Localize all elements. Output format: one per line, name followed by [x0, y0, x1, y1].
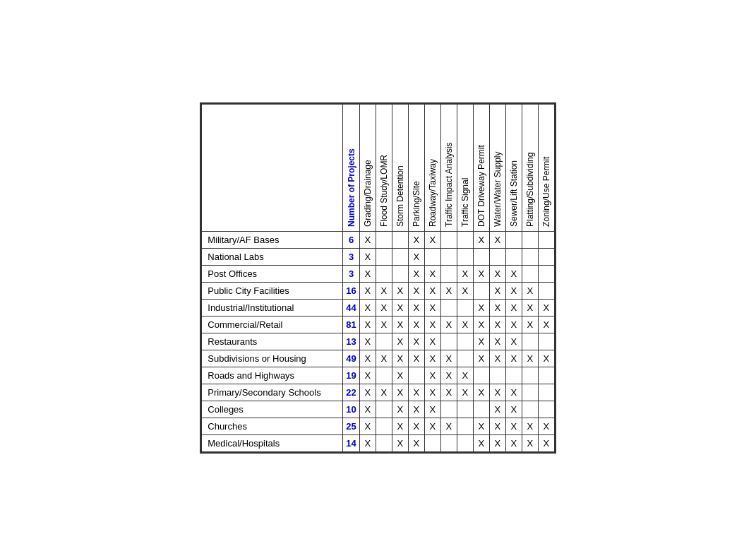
cell-2-9: X — [505, 266, 522, 283]
cell-0-6 — [457, 232, 473, 249]
cell-7-1: X — [376, 350, 392, 367]
cell-7-7: X — [473, 350, 489, 367]
cell-7-10: X — [522, 350, 538, 367]
row-num-8: 19 — [343, 367, 359, 384]
cell-2-10 — [522, 266, 538, 283]
cell-2-1 — [376, 266, 392, 283]
table-row: Post Offices3XXXXXXX — [202, 266, 554, 283]
cell-10-4: X — [424, 401, 440, 418]
row-label-6: Restaurants — [202, 333, 343, 350]
cell-8-10 — [522, 367, 538, 384]
cell-12-10: X — [522, 435, 538, 452]
cell-11-10: X — [522, 418, 538, 435]
cell-1-7 — [473, 249, 489, 266]
cell-11-1 — [376, 418, 392, 435]
cell-10-11 — [538, 401, 554, 418]
table-row: Military/AF Bases6XXXXX — [202, 232, 554, 249]
cell-6-5 — [440, 333, 457, 350]
cell-10-6 — [457, 401, 473, 418]
cell-5-10: X — [522, 317, 538, 333]
table-body: Military/AF Bases6XXXXXNational Labs3XXP… — [202, 232, 554, 452]
cell-3-6: X — [457, 283, 473, 300]
cell-9-8: X — [489, 384, 505, 401]
cell-4-3: X — [408, 300, 424, 317]
cell-11-7: X — [473, 418, 489, 435]
cell-10-7 — [473, 401, 489, 418]
cell-9-10 — [522, 384, 538, 401]
table-row: Medical/Hospitals14XXXXXXXX — [202, 435, 554, 452]
cell-1-5 — [440, 249, 457, 266]
row-num-1: 3 — [343, 249, 359, 266]
table-row: Commercial/Retail81XXXXXXXXXXXX — [202, 317, 554, 333]
col-header-12: Zoning/Use Permit — [538, 105, 554, 232]
col-header-5: Roadway/Taxiway — [424, 105, 440, 232]
cell-4-9: X — [505, 300, 522, 317]
cell-2-0: X — [359, 266, 376, 283]
cell-4-7: X — [473, 300, 489, 317]
projects-table: Number of ProjectsGrading/DrainageFlood … — [201, 104, 554, 452]
row-num-10: 10 — [343, 401, 359, 418]
cell-4-0: X — [359, 300, 376, 317]
cell-3-10: X — [522, 283, 538, 300]
cell-0-2 — [392, 232, 408, 249]
cell-7-4: X — [424, 350, 440, 367]
row-num-12: 14 — [343, 435, 359, 452]
cell-4-10: X — [522, 300, 538, 317]
cell-4-2: X — [392, 300, 408, 317]
cell-9-0: X — [359, 384, 376, 401]
cell-4-11: X — [538, 300, 554, 317]
cell-2-3: X — [408, 266, 424, 283]
cell-11-3: X — [408, 418, 424, 435]
cell-1-3: X — [408, 249, 424, 266]
cell-8-2: X — [392, 367, 408, 384]
cell-1-0: X — [359, 249, 376, 266]
cell-3-2: X — [392, 283, 408, 300]
cell-1-1 — [376, 249, 392, 266]
cell-1-4 — [424, 249, 440, 266]
cell-5-7: X — [473, 317, 489, 333]
cell-8-6: X — [457, 367, 473, 384]
col-header-9: Water/Water Supply — [489, 105, 505, 232]
cell-9-11 — [538, 384, 554, 401]
cell-10-1 — [376, 401, 392, 418]
cell-11-2: X — [392, 418, 408, 435]
cell-5-4: X — [424, 317, 440, 333]
cell-6-4: X — [424, 333, 440, 350]
cell-6-8: X — [489, 333, 505, 350]
row-label-11: Churches — [202, 418, 343, 435]
row-label-1: National Labs — [202, 249, 343, 266]
cell-5-6: X — [457, 317, 473, 333]
cell-9-3: X — [408, 384, 424, 401]
cell-2-4: X — [424, 266, 440, 283]
cell-8-8 — [489, 367, 505, 384]
cell-7-11: X — [538, 350, 554, 367]
cell-6-10 — [522, 333, 538, 350]
cell-11-8: X — [489, 418, 505, 435]
main-table-wrapper: Number of ProjectsGrading/DrainageFlood … — [200, 102, 556, 454]
col-header-2: Flood Study/LOMR — [376, 105, 392, 232]
cell-5-11: X — [538, 317, 554, 333]
cell-6-1 — [376, 333, 392, 350]
cell-11-5: X — [440, 418, 457, 435]
row-num-4: 44 — [343, 300, 359, 317]
cell-8-5: X — [440, 367, 457, 384]
cell-6-7: X — [473, 333, 489, 350]
cell-3-4: X — [424, 283, 440, 300]
cell-0-4: X — [424, 232, 440, 249]
cell-10-10 — [522, 401, 538, 418]
cell-0-9 — [505, 232, 522, 249]
row-num-9: 22 — [343, 384, 359, 401]
cell-12-0: X — [359, 435, 376, 452]
cell-10-8: X — [489, 401, 505, 418]
cell-0-11 — [538, 232, 554, 249]
col-header-8: DOT Driveway Permit — [473, 105, 489, 232]
cell-10-5 — [440, 401, 457, 418]
cell-8-11 — [538, 367, 554, 384]
table-row: Public City Facilities16XXXXXXXXXX — [202, 283, 554, 300]
cell-6-11 — [538, 333, 554, 350]
cell-9-4: X — [424, 384, 440, 401]
cell-4-6 — [457, 300, 473, 317]
table-row: Churches25XXXXXXXXXX — [202, 418, 554, 435]
table-row: Primary/Secondary Schools22XXXXXXXXXX — [202, 384, 554, 401]
cell-7-6 — [457, 350, 473, 367]
